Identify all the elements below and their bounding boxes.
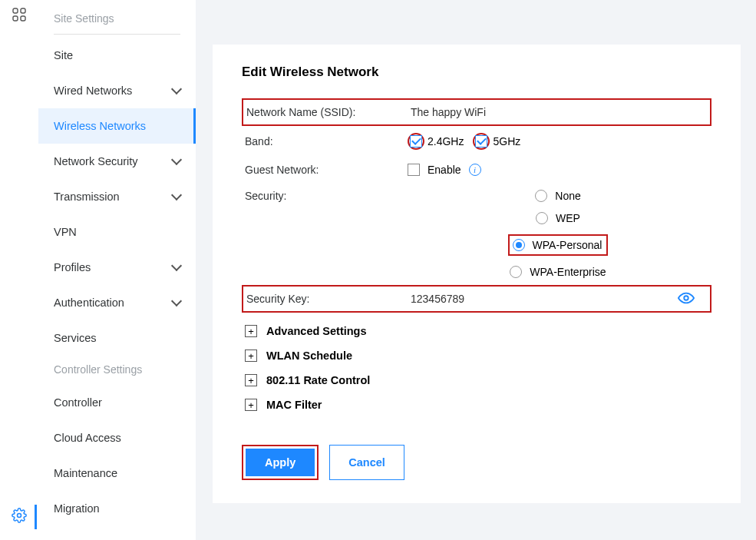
svg-rect-3: [21, 16, 25, 21]
page-title: Edit Wireless Network: [242, 65, 711, 80]
sidebar-section-controller: Controller Settings: [38, 356, 196, 385]
band-24-label: 2.4GHz: [428, 135, 464, 147]
security-key-input[interactable]: [409, 290, 563, 308]
chevron-down-icon: [171, 260, 182, 271]
chevron-down-icon: [171, 190, 182, 200]
sidebar-item-authentication[interactable]: Authentication: [38, 285, 196, 320]
edit-wireless-card: Edit Wireless Network Network Name (SSID…: [213, 45, 741, 503]
guest-label: Guest Network:: [245, 164, 408, 176]
guest-enable-label: Enable: [428, 164, 461, 176]
row-band: Band: 2.4GHz 5GHz: [242, 126, 711, 157]
svg-rect-0: [13, 8, 18, 13]
ssid-input[interactable]: [409, 103, 563, 121]
expand-icon: +: [245, 350, 257, 362]
sidebar: Site Settings Site Wired Networks Wirele…: [38, 0, 196, 540]
security-option-wpa-personal[interactable]: WPA-Personal: [508, 234, 609, 256]
security-option-wep[interactable]: WEP: [536, 212, 580, 224]
sidebar-item-maintenance[interactable]: Maintenance: [38, 456, 196, 491]
sidebar-item-wired-networks[interactable]: Wired Networks: [38, 73, 196, 108]
chevron-down-icon: [171, 296, 182, 306]
sidebar-item-vpn[interactable]: VPN: [38, 214, 196, 250]
checkbox-band-5[interactable]: [475, 135, 487, 147]
band-5-label: 5GHz: [493, 135, 520, 147]
expander-mac-filter[interactable]: +MAC Filter: [242, 393, 711, 417]
row-ssid: Network Name (SSID):: [242, 98, 711, 126]
radio-none[interactable]: [535, 190, 547, 202]
row-guest: Guest Network: Enable i: [242, 157, 711, 183]
cancel-button[interactable]: Cancel: [329, 445, 404, 480]
band-label: Band:: [245, 135, 408, 147]
apps-icon[interactable]: [12, 8, 26, 25]
sidebar-item-site[interactable]: Site: [38, 38, 196, 73]
expander-advanced-settings[interactable]: +Advanced Settings: [242, 319, 711, 343]
apply-button[interactable]: Apply: [246, 449, 315, 476]
ssid-label: Network Name (SSID):: [246, 106, 409, 118]
row-security: Security: None WEP WPA-Personal WPA-Ente…: [242, 183, 711, 285]
svg-rect-2: [13, 16, 18, 21]
gear-icon: [12, 508, 27, 526]
security-option-wpa-enterprise[interactable]: WPA-Enterprise: [510, 266, 606, 278]
expand-icon: +: [245, 325, 257, 337]
sidebar-item-services[interactable]: Services: [38, 320, 196, 356]
svg-point-4: [18, 514, 21, 518]
expand-icon: +: [245, 374, 257, 386]
sidebar-item-profiles[interactable]: Profiles: [38, 250, 196, 285]
info-icon[interactable]: i: [469, 164, 481, 176]
chevron-down-icon: [171, 154, 182, 165]
sidebar-item-transmission[interactable]: Transmission: [38, 179, 196, 214]
checkbox-guest-enable[interactable]: [408, 164, 420, 176]
svg-point-5: [684, 296, 688, 300]
radio-wpa-personal[interactable]: [513, 239, 525, 251]
expand-icon: +: [245, 399, 257, 411]
button-row: Apply Cancel: [242, 445, 711, 480]
sidebar-item-cloud-access[interactable]: Cloud Access: [38, 420, 196, 456]
main-content: Edit Wireless Network Network Name (SSID…: [196, 0, 756, 540]
sidebar-item-network-security[interactable]: Network Security: [38, 144, 196, 179]
svg-rect-1: [21, 8, 25, 13]
radio-wep[interactable]: [536, 212, 548, 224]
chevron-down-icon: [171, 84, 182, 94]
sidebar-section-site: Site Settings: [54, 5, 180, 35]
security-option-none[interactable]: None: [535, 190, 580, 202]
radio-wpa-enterprise[interactable]: [510, 266, 522, 278]
app-rail: [0, 0, 38, 540]
eye-icon[interactable]: [678, 290, 695, 309]
expander-wlan-schedule[interactable]: +WLAN Schedule: [242, 343, 711, 368]
checkbox-band-24[interactable]: [410, 135, 422, 147]
expander-80211-rate-control[interactable]: +802.11 Rate Control: [242, 368, 711, 393]
key-label: Security Key:: [246, 293, 409, 305]
sidebar-item-migration[interactable]: Migration: [38, 491, 196, 526]
sidebar-item-wireless-networks[interactable]: Wireless Networks: [38, 108, 196, 144]
sidebar-item-controller[interactable]: Controller: [38, 385, 196, 420]
settings-rail-button[interactable]: [0, 502, 38, 532]
row-security-key: Security Key:: [242, 285, 711, 313]
security-label: Security:: [245, 190, 408, 202]
